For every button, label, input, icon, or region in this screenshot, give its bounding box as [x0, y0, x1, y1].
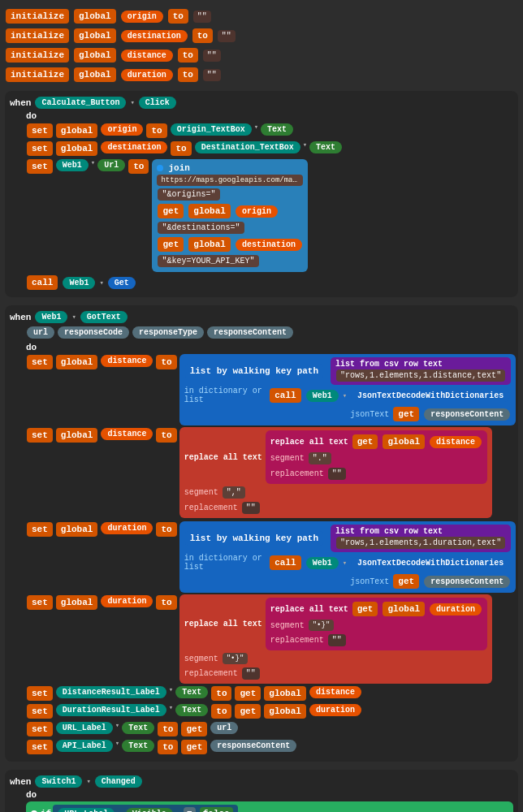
repl-kw2: replacement [184, 503, 238, 512]
global-kw-j2: global [188, 237, 231, 252]
web1-comp[interactable]: Web1 [56, 159, 89, 171]
when-switch1-section: when Switch1 ▾ Changed do if URL_Label ▾… [5, 770, 518, 812]
join-label-row: join [157, 163, 303, 173]
replace-dur-repl2: replacement [184, 667, 487, 680]
listby-row2: in dictionary or list call Web1 ▾ JsonTe… [184, 387, 512, 404]
to-kw-durl: to [211, 704, 231, 719]
cond-sw1: URL_Label ▾ Visible ▾ = false [53, 805, 238, 812]
urllabel-comp[interactable]: URL_Label [56, 722, 113, 734]
durlabel-comp[interactable]: DurationResult_Label [56, 704, 166, 716]
visible-prop[interactable]: Visible [126, 808, 173, 813]
set-kw2: set [27, 141, 53, 156]
get-method[interactable]: Get [108, 277, 136, 289]
sw1-comp[interactable]: Switch1 [35, 775, 82, 788]
stmt-set-api-label: set API_Label ▾ Text to get responseCont… [26, 739, 513, 755]
var-origin[interactable]: origin [121, 11, 163, 23]
to-kw-dur2: to [156, 595, 176, 610]
web1-call3[interactable]: Web1 [306, 557, 339, 569]
distance-var1[interactable]: distance [101, 355, 153, 367]
duration-init-val [203, 69, 221, 81]
when-click-do: do set global origin to Origin_TextBox ▾… [26, 111, 513, 291]
json-decode-dur[interactable]: JsonTextDecodeWithDictionaries [351, 557, 510, 569]
sw1-do: do if URL_Label ▾ Visible ▾ = false [26, 790, 513, 812]
call-kw-dur: call [270, 555, 300, 570]
init-keyword-4: initialize [6, 67, 69, 82]
param-rt: responseType [132, 326, 204, 339]
listby-kw: list by walking key path [185, 364, 323, 378]
join-block: join https://maps.googleapis.com/maps/ap… [152, 159, 308, 272]
listby-row3: jsonText get responseContent [184, 406, 512, 422]
json-decode-d[interactable]: JsonTextDecodeWithDictionaries [351, 390, 510, 402]
when-kw: when [10, 98, 31, 108]
rc-param-ref2: responseContent [424, 576, 510, 588]
distance-var2[interactable]: distance [101, 428, 153, 440]
distance-init-val [203, 50, 221, 62]
var-duration[interactable]: duration [121, 69, 173, 81]
var-distance[interactable]: distance [121, 50, 173, 62]
csv-val-row2: rows,1.elements,1.duration,text [335, 536, 506, 550]
set-kw-d: set [27, 355, 53, 369]
init-distance: initialize global distance to [5, 47, 518, 63]
dot-sep2: ▾ [71, 313, 76, 322]
dur-var-durl[interactable]: duration [309, 704, 361, 716]
text-prop-dl[interactable]: Text [175, 686, 208, 698]
origin-var-j[interactable]: origin [236, 205, 278, 218]
text-prop-al[interactable]: Text [122, 740, 154, 752]
gottext-event[interactable]: GotText [80, 311, 128, 323]
var-destination[interactable]: destination [121, 30, 188, 42]
listby-dur-row1: list by walking key path list from csv r… [184, 525, 512, 552]
get-kw-rc2: get [393, 574, 419, 589]
dist-var-inner[interactable]: distance [430, 436, 482, 448]
web1-call2[interactable]: Web1 [306, 390, 339, 402]
csv-val-row: rows,1.elements,1.distance,text [335, 369, 506, 382]
global-kw-dl2: global [264, 686, 306, 701]
dur-var-inner[interactable]: duration [430, 603, 482, 615]
origin-var[interactable]: origin [101, 123, 143, 136]
dot-call: ▾ [99, 279, 103, 287]
origin-textbox[interactable]: Origin_TextBox [171, 123, 252, 136]
dot-s3: ▾ [91, 158, 95, 167]
web1-gottext[interactable]: Web1 [35, 311, 67, 323]
seg-kw2: segment [184, 488, 218, 497]
call-kw-d: call [270, 388, 300, 403]
false-val-cond: false [200, 807, 233, 812]
urllabel-cond[interactable]: URL_Label [58, 808, 115, 813]
replace-kw1: replace all text [184, 453, 262, 462]
eq-op: = [184, 807, 196, 812]
dot-dl: ▾ [169, 685, 173, 694]
seg-dur-kw2: segment [184, 654, 218, 663]
rc-param-ref: responseContent [424, 408, 510, 421]
global-kw-s: global [56, 123, 98, 138]
text-prop-durl[interactable]: Text [175, 704, 208, 716]
jsontext-kw: jsonText [350, 410, 389, 419]
dist-var-dl[interactable]: distance [309, 686, 361, 698]
replace-inner-row1: replace all text get global distance [270, 434, 482, 450]
calc-button-pill[interactable]: Calculate_Button [35, 97, 126, 109]
stmt-set-distance: set global distance to list by walking k… [26, 354, 513, 425]
text-prop1[interactable]: Text [261, 123, 293, 136]
global-keyword-4: global [74, 67, 116, 82]
dest-textbox[interactable]: Destination_TextBox [195, 141, 300, 153]
sw1-event[interactable]: Changed [95, 775, 142, 788]
distlabel-comp[interactable]: DistanceResult_Label [56, 686, 166, 698]
join-connector [157, 165, 163, 171]
listby-dur-row2: in dictionary or list call Web1 ▾ JsonTe… [184, 554, 512, 572]
web1-call[interactable]: Web1 [63, 277, 95, 289]
text-prop2[interactable]: Text [309, 141, 342, 153]
init-keyword: initialize [6, 9, 69, 24]
replace-distance-block: replace all text replace all text get gl… [179, 427, 492, 518]
to-keyword-3: to [178, 48, 198, 63]
duration-var1[interactable]: duration [101, 522, 153, 534]
replace-dur-seg1: segment •} [270, 619, 482, 632]
dest-var-j[interactable]: destination [236, 239, 302, 251]
replace-repl2: replacement [184, 501, 487, 515]
seg1-val: . [309, 452, 331, 464]
get-kw-gdur: get [352, 602, 378, 616]
apilabel-comp[interactable]: API_Label [56, 740, 113, 752]
click-event-pill[interactable]: Click [139, 97, 176, 109]
dot-cond2: ▾ [176, 810, 180, 813]
text-prop-ul[interactable]: Text [122, 722, 154, 734]
duration-var2[interactable]: duration [101, 595, 153, 607]
url-prop[interactable]: Url [97, 159, 125, 171]
dest-var[interactable]: destination [101, 141, 167, 153]
